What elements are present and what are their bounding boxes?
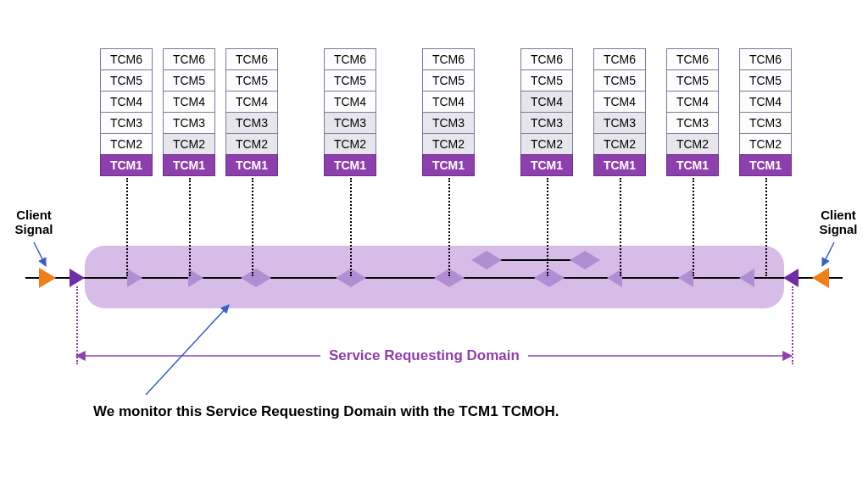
diagram-canvas: Client Signal Client Signal TCM6TCM5TCM4… <box>0 0 868 488</box>
client-triangle-right <box>812 268 829 288</box>
tcm-cell-tcm6: TCM6 <box>100 48 153 70</box>
tcm-stack-8: TCM6TCM5TCM4TCM3TCM2TCM1 <box>666 49 719 176</box>
stack-connector-2 <box>189 178 191 276</box>
stack-connector-1 <box>126 178 128 276</box>
client-left-1: Client Signal <box>14 208 53 236</box>
tcm-cell-tcm2: TCM2 <box>666 133 719 155</box>
tcm-stack-5: TCM6TCM5TCM4TCM3TCM2TCM1 <box>422 49 475 176</box>
node-tri-4 <box>256 269 271 287</box>
tcm-cell-tcm1: TCM1 <box>520 154 573 176</box>
branch-tri-l1 <box>471 251 487 269</box>
tcm-stack-6: TCM6TCM5TCM4TCM3TCM2TCM1 <box>520 49 573 176</box>
tcm-cell-tcm2: TCM2 <box>100 133 153 155</box>
tcm-cell-tcm2: TCM2 <box>739 133 792 155</box>
tcm-cell-tcm6: TCM6 <box>324 48 376 70</box>
stack-connector-9 <box>765 178 767 276</box>
tcm-cell-tcm5: TCM5 <box>593 69 646 92</box>
tcm-cell-tcm4: TCM4 <box>324 91 376 113</box>
node-tri-7 <box>434 269 449 287</box>
tcm-cell-tcm3: TCM3 <box>666 112 719 134</box>
arrow-client-left <box>34 242 46 266</box>
client-right-1: Client Signal <box>819 208 857 236</box>
stack-connector-5 <box>448 178 450 276</box>
dimension-label: Service Requesting Domain <box>320 346 528 366</box>
tcm-cell-tcm2: TCM2 <box>593 133 646 155</box>
stack-connector-4 <box>350 178 352 276</box>
arrow-client-right <box>822 242 834 266</box>
dim-end-right <box>792 286 793 364</box>
tcm-cell-tcm4: TCM4 <box>739 91 792 113</box>
tcm-cell-tcm4: TCM4 <box>422 91 475 113</box>
tcm-stack-2: TCM6TCM5TCM4TCM3TCM2TCM1 <box>163 49 215 176</box>
dim-end-left <box>76 286 78 364</box>
tcm-cell-tcm2: TCM2 <box>520 133 573 155</box>
tcm-cell-tcm4: TCM4 <box>520 91 573 113</box>
branch-tri-r2 <box>585 251 600 269</box>
tcm-cell-tcm1: TCM1 <box>163 154 215 176</box>
tcm-stack-7: TCM6TCM5TCM4TCM3TCM2TCM1 <box>593 49 646 176</box>
client-triangle-left <box>39 268 56 288</box>
tcm-cell-tcm3: TCM3 <box>593 112 646 134</box>
tcm-cell-tcm5: TCM5 <box>163 69 215 92</box>
tcm-cell-tcm2: TCM2 <box>163 133 215 155</box>
tcm-cell-tcm1: TCM1 <box>666 154 719 176</box>
tcm-cell-tcm4: TCM4 <box>225 91 278 113</box>
tcm-cell-tcm3: TCM3 <box>422 112 475 134</box>
caption-text: We monitor this Service Requesting Domai… <box>93 403 559 420</box>
tcm-cell-tcm4: TCM4 <box>100 91 153 113</box>
tcm-cell-tcm6: TCM6 <box>739 48 792 70</box>
node-tri-6 <box>351 269 366 287</box>
tcm-cell-tcm5: TCM5 <box>225 69 278 92</box>
tcm-cell-tcm5: TCM5 <box>739 69 792 92</box>
tcm-cell-tcm3: TCM3 <box>225 112 278 134</box>
node-tri-13 <box>739 269 754 287</box>
tcm-stack-1: TCM6TCM5TCM4TCM3TCM2TCM1 <box>100 49 153 176</box>
tcm-cell-tcm6: TCM6 <box>666 48 719 70</box>
tcm-cell-tcm2: TCM2 <box>422 133 475 155</box>
client-signal-left-label: Client Signal <box>0 208 68 236</box>
tcm-cell-tcm4: TCM4 <box>666 91 719 113</box>
tcm-cell-tcm3: TCM3 <box>324 112 376 134</box>
branch-tri-r1 <box>487 251 502 269</box>
domain-end-triangle-right <box>783 269 798 287</box>
branch-tri-l2 <box>570 251 585 269</box>
tcm-cell-tcm1: TCM1 <box>739 154 792 176</box>
tcm-cell-tcm1: TCM1 <box>422 154 475 176</box>
node-tri-5 <box>336 269 351 287</box>
tcm-cell-tcm5: TCM5 <box>666 69 719 92</box>
stack-connector-8 <box>693 178 694 276</box>
tcm-cell-tcm1: TCM1 <box>593 154 646 176</box>
stack-connector-3 <box>252 178 253 276</box>
node-tri-1 <box>127 269 142 287</box>
tcm-cell-tcm4: TCM4 <box>163 91 215 113</box>
domain-end-triangle-left <box>70 269 85 287</box>
node-tri-3 <box>241 269 256 287</box>
tcm-cell-tcm2: TCM2 <box>225 133 278 155</box>
tcm-cell-tcm6: TCM6 <box>163 48 215 70</box>
tcm-cell-tcm6: TCM6 <box>593 48 646 70</box>
tcm-cell-tcm1: TCM1 <box>324 154 376 176</box>
tcm-stack-9: TCM6TCM5TCM4TCM3TCM2TCM1 <box>739 49 792 176</box>
tcm-cell-tcm3: TCM3 <box>739 112 792 134</box>
node-tri-10 <box>549 269 565 287</box>
tcm-cell-tcm5: TCM5 <box>520 69 573 92</box>
tcm-cell-tcm5: TCM5 <box>100 69 153 92</box>
tcm-cell-tcm4: TCM4 <box>593 91 646 113</box>
tcm-cell-tcm2: TCM2 <box>324 133 376 155</box>
tcm-stack-4: TCM6TCM5TCM4TCM3TCM2TCM1 <box>324 49 376 176</box>
tcm-cell-tcm5: TCM5 <box>324 69 376 92</box>
tcm-cell-tcm6: TCM6 <box>225 48 278 70</box>
tcm-cell-tcm6: TCM6 <box>520 48 573 70</box>
tcm-cell-tcm5: TCM5 <box>422 69 475 92</box>
tcm-cell-tcm3: TCM3 <box>100 112 153 134</box>
tcm-cell-tcm3: TCM3 <box>520 112 573 134</box>
node-tri-12 <box>678 269 693 287</box>
tcm-cell-tcm1: TCM1 <box>100 154 153 176</box>
tcm-cell-tcm3: TCM3 <box>163 112 215 134</box>
stack-connector-7 <box>620 178 621 276</box>
node-tri-8 <box>449 269 465 287</box>
tcm-cell-tcm1: TCM1 <box>225 154 278 176</box>
client-signal-right-label: Client Signal <box>809 208 868 236</box>
tcm-cell-tcm6: TCM6 <box>422 48 475 70</box>
tcm-stack-3: TCM6TCM5TCM4TCM3TCM2TCM1 <box>225 49 278 176</box>
